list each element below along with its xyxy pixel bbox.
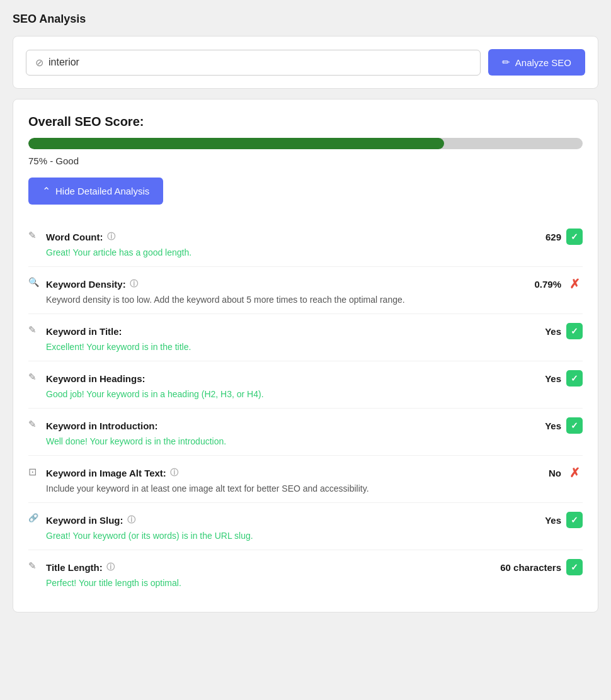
image-icon: ⊡ — [28, 466, 46, 478]
item-value: Yes — [545, 373, 561, 384]
list-item: ⊡ Keyword in Image Alt Text: ⓘ No ✗ Incl… — [28, 456, 583, 503]
item-desc: Great! Your article has a good length. — [46, 247, 583, 257]
item-value: Yes — [545, 515, 561, 526]
search-row: ⊘ ✏ Analyze SEO — [26, 49, 585, 76]
list-item: Title Length: ⓘ 60 characters ✓ Perfect!… — [28, 550, 583, 597]
pencil-icon — [28, 371, 46, 383]
item-right: Yes ✓ — [545, 323, 583, 339]
item-right: Yes ✓ — [545, 417, 583, 434]
x-icon: ✗ — [566, 465, 583, 481]
pencil-icon — [28, 560, 46, 572]
info-icon: ⓘ — [130, 278, 138, 290]
item-content: Keyword Density: ⓘ 0.79% ✗ Keyword densi… — [46, 276, 583, 305]
search-icon: ⊘ — [35, 57, 43, 69]
wand-icon: ✏ — [502, 57, 510, 68]
pencil-icon — [28, 419, 46, 430]
item-value: Yes — [545, 421, 561, 431]
hide-button-label: Hide Detailed Analysis — [55, 186, 149, 196]
item-content: Keyword in Headings: Yes ✓ Good job! You… — [46, 370, 583, 399]
search-input-wrapper: ⊘ — [26, 50, 481, 76]
info-icon: ⓘ — [106, 562, 115, 573]
item-label: Word Count: ⓘ — [46, 231, 115, 242]
check-icon: ✓ — [566, 229, 583, 245]
item-desc: Excellent! Your keyword is in the title. — [46, 342, 583, 352]
item-desc: Keyword density is too low. Add the keyw… — [46, 295, 583, 305]
check-icon: ✓ — [566, 370, 583, 387]
item-header: Keyword in Title: Yes ✓ — [46, 323, 583, 339]
item-label: Title Length: ⓘ — [46, 562, 115, 573]
item-header: Keyword in Introduction: Yes ✓ — [46, 417, 583, 434]
item-header: Keyword in Slug: ⓘ Yes ✓ — [46, 512, 583, 528]
list-item: Keyword in Headings: Yes ✓ Good job! You… — [28, 361, 583, 409]
item-desc: Well done! Your keyword is in the introd… — [46, 436, 583, 446]
item-right: Yes ✓ — [545, 370, 583, 387]
info-icon: ⓘ — [170, 467, 178, 478]
item-label: Keyword in Image Alt Text: ⓘ — [46, 467, 178, 478]
item-header: Keyword in Image Alt Text: ⓘ No ✗ — [46, 465, 583, 481]
item-label: Keyword in Title: — [46, 326, 122, 337]
item-label: Keyword in Introduction: — [46, 421, 158, 431]
item-label: Keyword in Slug: ⓘ — [46, 514, 135, 526]
page-title: SEO Analysis — [13, 13, 598, 26]
item-right: 60 characters ✓ — [500, 559, 583, 575]
item-value: Yes — [545, 326, 561, 337]
item-header: Keyword in Headings: Yes ✓ — [46, 370, 583, 387]
x-icon: ✗ — [566, 276, 583, 292]
item-header: Keyword Density: ⓘ 0.79% ✗ — [46, 276, 583, 292]
score-progress-fill — [28, 138, 444, 149]
link-icon: 🔗 — [28, 513, 46, 522]
score-title: Overall SEO Score: — [28, 115, 583, 129]
item-content: Keyword in Introduction: Yes ✓ Well done… — [46, 417, 583, 446]
info-icon: ⓘ — [127, 514, 135, 526]
hide-detailed-analysis-button[interactable]: Hide Detailed Analysis — [28, 178, 163, 205]
item-content: Title Length: ⓘ 60 characters ✓ Perfect!… — [46, 559, 583, 588]
analysis-items: Word Count: ⓘ 629 ✓ Great! Your article … — [28, 220, 583, 597]
list-item: Word Count: ⓘ 629 ✓ Great! Your article … — [28, 220, 583, 267]
item-desc: Great! Your keyword (or its words) is in… — [46, 531, 583, 541]
chevron-up-icon — [42, 185, 50, 197]
list-item: 🔍 Keyword Density: ⓘ 0.79% ✗ Keyword den… — [28, 267, 583, 314]
item-value: 60 characters — [500, 562, 561, 573]
check-icon: ✓ — [566, 323, 583, 339]
item-header: Word Count: ⓘ 629 ✓ — [46, 229, 583, 245]
item-label: Keyword in Headings: — [46, 373, 146, 384]
item-value: 0.79% — [534, 279, 561, 290]
check-icon: ✓ — [566, 512, 583, 528]
item-value: 629 — [545, 232, 561, 242]
item-label: Keyword Density: ⓘ — [46, 278, 138, 290]
analyze-button-label: Analyze SEO — [515, 57, 571, 68]
item-value: No — [549, 468, 561, 478]
item-right: 629 ✓ — [545, 229, 583, 245]
item-content: Keyword in Slug: ⓘ Yes ✓ Great! Your key… — [46, 512, 583, 541]
score-progress-bar — [28, 138, 583, 149]
analyze-seo-button[interactable]: ✏ Analyze SEO — [488, 49, 585, 76]
check-icon: ✓ — [566, 417, 583, 434]
search-input[interactable] — [49, 57, 471, 68]
item-header: Title Length: ⓘ 60 characters ✓ — [46, 559, 583, 575]
item-right: No ✗ — [549, 465, 583, 481]
item-right: Yes ✓ — [545, 512, 583, 528]
search-icon: 🔍 — [28, 277, 46, 287]
item-right: 0.79% ✗ — [534, 276, 583, 292]
item-content: Word Count: ⓘ 629 ✓ Great! Your article … — [46, 229, 583, 257]
info-icon: ⓘ — [107, 231, 115, 242]
search-card: ⊘ ✏ Analyze SEO — [13, 36, 598, 89]
list-item: 🔗 Keyword in Slug: ⓘ Yes ✓ Great! Your k… — [28, 503, 583, 550]
item-desc: Include your keyword in at least one ima… — [46, 483, 583, 494]
item-content: Keyword in Title: Yes ✓ Excellent! Your … — [46, 323, 583, 352]
list-item: Keyword in Title: Yes ✓ Excellent! Your … — [28, 314, 583, 361]
item-desc: Perfect! Your title length is optimal. — [46, 578, 583, 588]
list-item: Keyword in Introduction: Yes ✓ Well done… — [28, 409, 583, 456]
score-label: 75% - Good — [28, 155, 583, 166]
item-content: Keyword in Image Alt Text: ⓘ No ✗ Includ… — [46, 465, 583, 494]
item-desc: Good job! Your keyword is in a heading (… — [46, 389, 583, 399]
score-card: Overall SEO Score: 75% - Good Hide Detai… — [13, 99, 598, 612]
pencil-icon — [28, 230, 46, 241]
pencil-icon — [28, 324, 46, 336]
check-icon: ✓ — [566, 559, 583, 575]
